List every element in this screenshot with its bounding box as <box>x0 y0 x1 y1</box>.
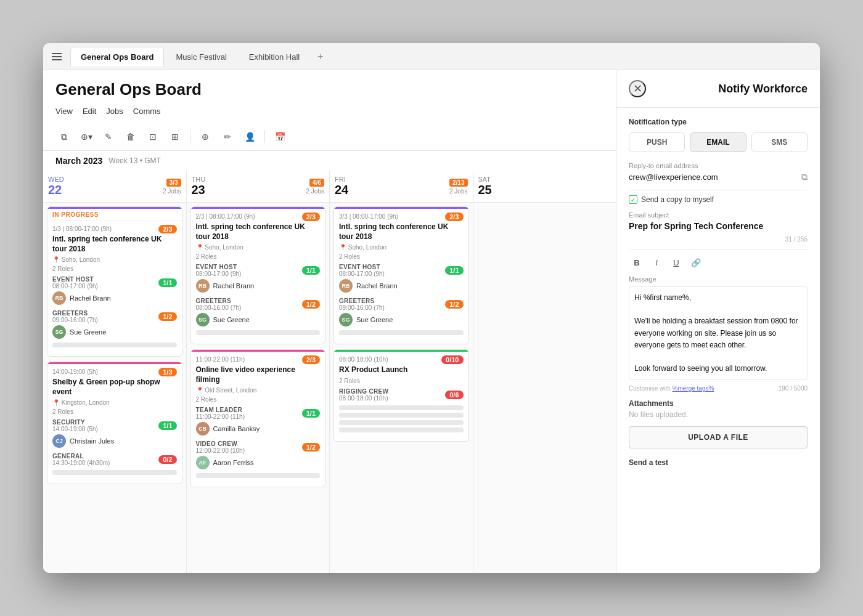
event-card-2-1[interactable]: 08:00-18:00 (10h)0/10RX Product Launch2 … <box>333 349 469 442</box>
day-content-24: 3/3 | 08:00-17:00 (9h)2/3Intl. spring te… <box>330 203 473 573</box>
person-name: Aaron Ferriss <box>213 459 254 466</box>
send-copy-row[interactable]: ✓ Send a copy to myself <box>629 195 808 204</box>
nav-view[interactable]: View <box>55 104 73 118</box>
avatar: CJ <box>52 434 66 448</box>
calendar-button[interactable]: 📅 <box>271 128 288 145</box>
person-row: CJChristain Jules <box>52 434 177 448</box>
hamburger-button[interactable] <box>49 51 64 63</box>
email-subject-input[interactable] <box>629 221 808 231</box>
role-time: 14:30-19:00 (4h30m) <box>52 460 110 466</box>
nav-edit[interactable]: Edit <box>83 104 96 118</box>
role-label: VIDEO CREW <box>196 440 245 447</box>
role-section-0: TEAM LEADER11:00-22:00 (11h)1/1CBCamilla… <box>196 407 321 436</box>
role-badge: 1/1 <box>302 409 320 418</box>
copy-icon[interactable]: ⧉ <box>801 172 808 182</box>
event-card-2-0[interactable]: 3/3 | 08:00-17:00 (9h)2/3Intl. spring te… <box>333 206 469 344</box>
person-row: RBRachel Brann <box>196 279 321 293</box>
add-button[interactable]: ⊕ <box>197 128 214 145</box>
grid-button[interactable]: ⊞ <box>166 128 184 145</box>
role-section-0: SECURITY14:00-19:00 (5h)1/1CJChristain J… <box>52 419 177 448</box>
send-copy-label: Send a copy to myself <box>641 195 714 204</box>
avatar: RB <box>339 279 353 293</box>
link-button[interactable]: 🔗 <box>688 254 704 270</box>
sms-button[interactable]: SMS <box>751 132 808 152</box>
role-badge: 1/1 <box>445 266 463 275</box>
role-badge: 1/1 <box>158 421 176 430</box>
pencil-button[interactable]: ✏ <box>219 128 236 145</box>
person-name: Rachel Brann <box>213 282 255 290</box>
role-time: 14:00-19:00 (5h) <box>52 426 98 432</box>
board-header: General Ops Board View Edit Jobs Comms <box>43 70 616 123</box>
avatar: SG <box>52 325 66 339</box>
avatar: RB <box>196 279 210 293</box>
role-time: 09:00-16:00 (7h) <box>52 317 98 323</box>
placeholder-bar <box>339 330 464 335</box>
role-badge: 1/2 <box>158 312 176 321</box>
board-title: General Ops Board <box>55 80 603 99</box>
tab-general-ops[interactable]: General Ops Board <box>70 47 164 67</box>
tab-exhibition-hall[interactable]: Exhibition Hall <box>239 47 310 67</box>
day-col-22: Wed223/32 JobsIN PROGRESS1/3 | 08:00-17:… <box>43 171 187 573</box>
person-name: Rachel Brann <box>356 282 398 290</box>
role-label: EVENT HOST <box>196 264 242 270</box>
event-roles-count: 2 Roles <box>339 378 464 384</box>
dropdown-button[interactable]: ⊕▾ <box>78 128 95 145</box>
placeholder-bar <box>339 405 464 410</box>
role-badge: 0/2 <box>158 455 176 464</box>
day-col-25: Sat25 <box>473 171 616 573</box>
event-card-1-0[interactable]: 2/3 | 08:00-17:00 (9h)2/3Intl. spring te… <box>190 206 326 344</box>
send-copy-checkbox[interactable]: ✓ <box>629 195 637 204</box>
event-time: 3/3 | 08:00-17:00 (9h) <box>339 213 398 220</box>
placeholder-bar-extra <box>339 428 464 432</box>
role-badge: 0/6 <box>445 391 463 399</box>
person-row: SGSue Greene <box>339 313 464 326</box>
edit-button[interactable]: ✎ <box>100 128 117 145</box>
role-badge: 1/1 <box>158 278 176 287</box>
push-button[interactable]: PUSH <box>629 132 685 152</box>
role-section-0: EVENT HOST08:00-17:00 (9h)1/1RBRachel Br… <box>52 276 177 305</box>
role-label: EVENT HOST <box>339 264 385 270</box>
event-card-0-1[interactable]: 14:00-19:00 (5h)1/3Shelby & Green pop-up… <box>47 362 182 484</box>
in-progress-label: IN PROGRESS <box>47 209 182 221</box>
upload-file-button[interactable]: UPLOAD A FILE <box>629 426 808 448</box>
avatar: SG <box>339 313 353 326</box>
day-header-23: Thu234/62 Jobs <box>187 171 330 203</box>
underline-button[interactable]: U <box>668 254 684 270</box>
event-title: Shelby & Green pop-up shopw event <box>52 378 177 397</box>
event-badge: 0/10 <box>441 355 463 364</box>
event-location: 📍 Old Street, London <box>196 387 321 394</box>
event-location: 📍 Soho, London <box>52 256 177 263</box>
event-title: Intl. spring tech conference UK tour 201… <box>196 222 321 241</box>
role-label: GREETERS <box>339 298 385 304</box>
bold-button[interactable]: B <box>629 254 645 270</box>
role-time: 08:00-17:00 (9h) <box>339 270 385 277</box>
tab-music-festival[interactable]: Music Festival <box>165 47 237 67</box>
close-button[interactable]: ✕ <box>629 80 646 97</box>
placeholder-bar-extra <box>339 420 464 425</box>
layers-button[interactable]: ⊡ <box>144 128 162 145</box>
merge-tags-link[interactable]: %merge tags% <box>673 385 714 392</box>
nav-jobs[interactable]: Jobs <box>106 104 123 118</box>
user-button[interactable]: 👤 <box>241 128 258 145</box>
day-name-24: Fri <box>335 176 348 183</box>
event-roles-count: 2 Roles <box>196 396 321 403</box>
delete-button[interactable]: 🗑 <box>122 128 139 145</box>
copy-button[interactable]: ⧉ <box>55 128 73 145</box>
message-content[interactable]: Hi %first name%, We'll be holding a brea… <box>629 286 808 380</box>
role-section-1: GENERAL14:30-19:00 (4h30m)0/2 <box>52 453 177 475</box>
italic-button[interactable]: I <box>648 254 665 270</box>
formatting-bar: B I U 🔗 <box>629 254 808 270</box>
reply-to-row: Reply-to email address crew@livexperienc… <box>629 162 808 182</box>
email-button[interactable]: EMAIL <box>690 132 746 152</box>
person-name: Sue Greene <box>213 316 250 323</box>
event-time: 11:00-22:00 (11h) <box>196 356 245 363</box>
event-card-1-1[interactable]: 11:00-22:00 (11h)2/3Online live video ex… <box>190 349 326 487</box>
event-card-0-0[interactable]: IN PROGRESS1/3 | 08:00-17:00 (9h)2/3Intl… <box>47 206 182 357</box>
event-title: Intl. spring tech conference UK tour 201… <box>52 235 177 254</box>
tab-add-button[interactable]: + <box>311 47 329 66</box>
event-badge: 2/3 <box>445 213 463 221</box>
day-num-23: 23 <box>192 183 206 197</box>
avatar: AF <box>196 456 210 469</box>
nav-comms[interactable]: Comms <box>133 104 161 118</box>
role-time: 08:00-17:00 (9h) <box>196 270 242 277</box>
